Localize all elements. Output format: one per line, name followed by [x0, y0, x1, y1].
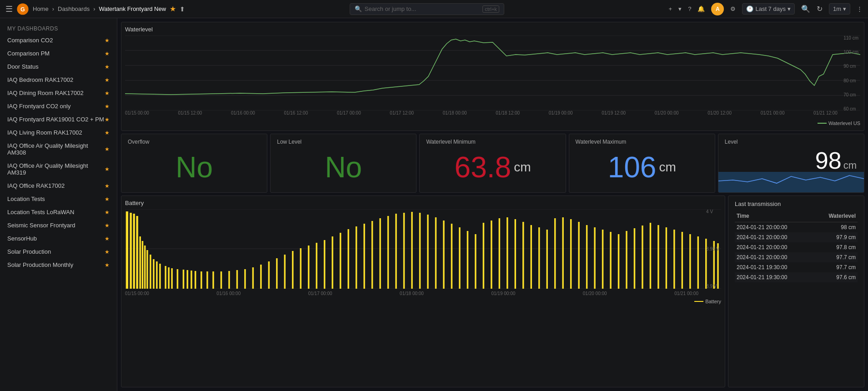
- time-range-picker[interactable]: 🕐 Last 7 days ▾: [742, 3, 795, 15]
- sidebar-item-solar-production[interactable]: Solar Production ★: [0, 245, 117, 258]
- zoom-out-icon[interactable]: 🔍: [801, 5, 810, 13]
- sidebar-item-seismic[interactable]: Seismic Sensor Frontyard ★: [0, 219, 117, 232]
- wl-min-label: Waterlevel Minimum: [426, 139, 559, 145]
- sidebar-item-location-tests[interactable]: Location Tests ★: [0, 192, 117, 206]
- table-row: 2024-01-21 20:00:00 97.7 cm: [735, 252, 858, 262]
- trans-col-time: Time: [735, 212, 813, 222]
- star-icon: ★: [105, 222, 110, 229]
- svg-rect-60: [419, 213, 421, 289]
- svg-rect-43: [284, 255, 286, 289]
- svg-rect-40: [260, 265, 261, 289]
- x-label: 01/18 12:00: [496, 110, 520, 115]
- trans-value: 97.7 cm: [813, 252, 858, 262]
- svg-text:G: G: [20, 6, 25, 12]
- svg-rect-34: [212, 271, 214, 289]
- svg-rect-15: [136, 216, 138, 289]
- star-icon: ★: [105, 37, 110, 44]
- sidebar-item-sensorhub[interactable]: SensorHub ★: [0, 232, 117, 245]
- battery-panel: Battery 4 V 3.95 V 3.9 V: [121, 196, 725, 387]
- svg-rect-61: [427, 215, 428, 289]
- x-label: 01/19 12:00: [602, 110, 626, 115]
- svg-rect-22: [156, 261, 157, 289]
- waterlevel-chart: [125, 35, 860, 110]
- svg-rect-36: [228, 271, 230, 289]
- svg-rect-37: [236, 270, 238, 289]
- menu-icon[interactable]: ☰: [5, 4, 13, 14]
- bat-x-label: 01/18 00:00: [400, 291, 424, 296]
- search-bar[interactable]: 🔍 Search or jump to... ctrl+k: [350, 3, 504, 15]
- trans-time: 2024-01-21 19:30:00: [735, 272, 813, 282]
- svg-rect-87: [634, 228, 635, 289]
- svg-rect-52: [356, 226, 357, 289]
- chevron-icon[interactable]: ▾: [678, 5, 682, 12]
- refresh-rate-picker[interactable]: 1m ▾: [829, 3, 850, 15]
- sidebar-item-iaq-frontyard-co2[interactable]: IAQ Frontyard CO2 only ★: [0, 100, 117, 113]
- trans-value: 97.9 cm: [813, 232, 858, 242]
- star-icon: ★: [105, 90, 110, 96]
- battery-legend-label: Battery: [705, 299, 721, 304]
- sidebar-item-door-status[interactable]: Door Status ★: [0, 60, 117, 73]
- sidebar-item-comparison-pm[interactable]: Comparison PM ★: [0, 47, 117, 60]
- dashboards-link[interactable]: Dashboards: [58, 5, 90, 12]
- trans-time: 2024-01-21 19:30:00: [735, 262, 813, 272]
- main-layout: My Dashboards Comparison CO2 ★ Compariso…: [0, 18, 868, 391]
- svg-rect-67: [475, 234, 476, 289]
- plus-icon[interactable]: +: [669, 5, 672, 12]
- svg-rect-78: [562, 217, 563, 289]
- refresh-rate-label: 1m: [833, 5, 841, 12]
- bat-y-label: 3.9 V: [706, 284, 719, 289]
- star-icon[interactable]: ★: [170, 5, 176, 13]
- svg-rect-72: [515, 219, 516, 289]
- svg-rect-54: [371, 221, 373, 289]
- home-link[interactable]: Home: [33, 5, 49, 12]
- bat-x-label: 01/15 00:00: [125, 291, 149, 296]
- y-axis-label: 90 cm: [843, 64, 858, 69]
- bell-icon[interactable]: 🔔: [697, 5, 705, 12]
- settings-icon[interactable]: ⚙: [730, 5, 736, 12]
- svg-rect-41: [268, 261, 270, 289]
- sidebar-item-iaq-office-rak[interactable]: IAQ Office RAK17002 ★: [0, 179, 117, 192]
- time-range-label: Last 7 days: [755, 5, 786, 12]
- overflow-value: No: [128, 147, 261, 188]
- star-icon: ★: [105, 166, 110, 172]
- trans-time: 2024-01-21 20:00:00: [735, 222, 813, 233]
- level-unit: cm: [843, 160, 857, 171]
- svg-rect-39: [252, 267, 254, 289]
- user-avatar[interactable]: A: [711, 3, 724, 15]
- sidebar-item-location-tests-lorawan[interactable]: Location Tests LoRaWAN ★: [0, 206, 117, 219]
- wl-max-unit: cm: [659, 161, 676, 174]
- svg-rect-74: [530, 225, 532, 289]
- trans-time: 2024-01-21 20:00:00: [735, 242, 813, 252]
- svg-rect-63: [443, 221, 444, 289]
- sidebar-item-iaq-office-am319[interactable]: IAQ Office Air Quality Milesight AM319 ★: [0, 159, 117, 179]
- share-icon[interactable]: ⬆: [180, 5, 185, 13]
- sidebar-item-solar-production-monthly[interactable]: Solar Production Monthly ★: [0, 258, 117, 271]
- svg-rect-25: [168, 267, 169, 289]
- wl-max-value: 106 cm: [576, 147, 708, 188]
- sidebar-item-iaq-office-am308[interactable]: IAQ Office Air Quality Milesight AM308 ★: [0, 139, 117, 159]
- search-placeholder: Search or jump to...: [365, 5, 416, 12]
- sidebar-item-iaq-bedroom[interactable]: IAQ Bedroom RAK17002 ★: [0, 73, 117, 86]
- svg-rect-18: [144, 246, 146, 289]
- sidebar-item-iaq-dining[interactable]: IAQ Dining Room RAK17002 ★: [0, 86, 117, 100]
- sidebar-item-iaq-living[interactable]: IAQ Living Room RAK17002 ★: [0, 126, 117, 139]
- sidebar-item-iaq-frontyard-rak[interactable]: IAQ Frontyard RAK19001 CO2 + PM ★: [0, 113, 117, 126]
- svg-rect-89: [650, 223, 651, 289]
- svg-rect-56: [387, 216, 389, 289]
- help-icon[interactable]: ?: [688, 5, 691, 12]
- sidebar-item-comparison-co2[interactable]: Comparison CO2 ★: [0, 34, 117, 47]
- bat-x-label: 01/20 00:00: [583, 291, 607, 296]
- breadcrumb: Home › Dashboards › Watertank Frontyard …: [33, 5, 166, 12]
- bat-x-label: 01/16 00:00: [216, 291, 241, 296]
- svg-rect-45: [300, 248, 301, 289]
- refresh-icon[interactable]: ↻: [817, 5, 823, 13]
- svg-rect-8: [718, 172, 864, 192]
- svg-rect-80: [578, 222, 579, 289]
- svg-rect-59: [411, 212, 412, 289]
- svg-rect-66: [467, 231, 468, 289]
- waterlevel-title: Waterlevel: [125, 26, 860, 33]
- table-row: 2024-01-21 20:00:00 98 cm: [735, 222, 858, 233]
- kebab-icon[interactable]: ⋮: [857, 5, 863, 12]
- table-row: 2024-01-21 20:00:00 97.8 cm: [735, 242, 858, 252]
- chevron-down-icon: ▾: [788, 5, 791, 12]
